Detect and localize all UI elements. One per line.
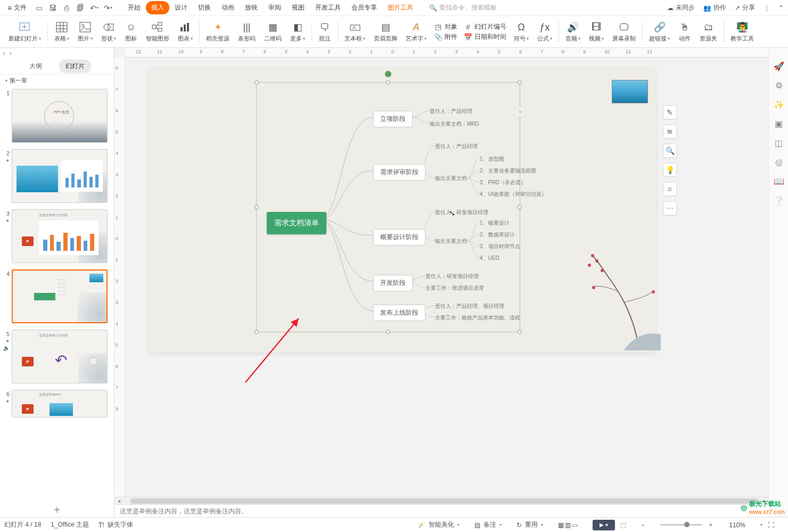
sync-status[interactable]: ☁未同步 <box>667 3 695 12</box>
icon-button[interactable]: ☺图标 <box>120 16 142 47</box>
next-arrow-icon[interactable]: › <box>10 50 12 57</box>
object-button[interactable]: ◳对象 <box>434 22 457 32</box>
crop-tool-icon[interactable]: ⌗ <box>663 182 677 196</box>
datetime-button[interactable]: 📅日期和时间 <box>464 32 506 42</box>
horizontal-scrollbar[interactable]: ◂ ▸ <box>114 497 769 504</box>
reuse-button[interactable]: ↻重用▾ <box>516 520 543 529</box>
print-preview-icon[interactable]: ⎙ <box>60 1 73 15</box>
play-slideshow-button[interactable]: ▶ ▾ <box>593 520 615 530</box>
tab-developer[interactable]: 开发工具 <box>310 1 346 14</box>
tab-picture-tools[interactable]: 图片工具 <box>382 1 418 14</box>
shape-button[interactable]: 形状▾ <box>97 16 120 47</box>
zoom-out-icon[interactable]: − <box>641 521 645 529</box>
layout-icon[interactable]: ▣ <box>774 118 784 129</box>
barcode-button[interactable]: |||条形码 <box>234 16 260 47</box>
thumbnail-6[interactable]: 这里是举例PPT P <box>12 390 108 418</box>
smartart-button[interactable]: 智能图形 <box>142 16 174 47</box>
resize-handle[interactable] <box>518 330 522 334</box>
image-button[interactable]: 图片▾ <box>73 16 97 47</box>
idea-tool-icon[interactable]: 💡 <box>663 163 677 177</box>
formula-button[interactable]: ƒx公式▾ <box>533 16 556 47</box>
scroll-left-icon[interactable]: ◂ <box>118 498 120 504</box>
mindmap-node[interactable]: 概要设计阶段 <box>373 229 425 245</box>
theme-name[interactable]: 1_Office 主题 <box>51 520 89 529</box>
thumbnail-3[interactable]: 这里是举例正文内容 P <box>12 209 108 263</box>
undo-icon[interactable]: ↶▾ <box>87 1 101 15</box>
tab-member[interactable]: 会员专享 <box>346 1 382 14</box>
tab-insert[interactable]: 插入 <box>146 1 169 14</box>
collapse-mindmap-icon[interactable]: − <box>515 107 525 117</box>
zoom-tool-icon[interactable]: 🔍 <box>663 144 677 158</box>
beautify-button[interactable]: 🪄智能美化▾ <box>417 520 459 529</box>
resize-handle[interactable] <box>255 80 259 85</box>
sparkle-icon[interactable]: ✨ <box>774 99 784 110</box>
missing-font[interactable]: Ƭ!缺失字体 <box>98 520 133 529</box>
overflow-button[interactable]: ⋮ <box>764 4 770 12</box>
mindmap-node[interactable]: 开发阶段 <box>373 275 413 291</box>
zoom-in-icon[interactable]: ＋ <box>708 520 714 529</box>
slidenum-button[interactable]: #幻灯片编号 <box>464 22 506 32</box>
mindmap-node[interactable]: 发布上线阶段 <box>373 305 425 321</box>
rotate-handle-icon[interactable] <box>385 71 391 77</box>
circle-icon[interactable]: ◎ <box>774 157 784 167</box>
symbol-button[interactable]: Ω符号▾ <box>510 16 533 47</box>
wordart-button[interactable]: A艺术字▾ <box>401 16 431 47</box>
tab-home[interactable]: 开始 <box>122 1 146 14</box>
tab-transition[interactable]: 切换 <box>193 1 216 14</box>
template-icon[interactable]: ◫ <box>774 137 784 148</box>
inserted-image[interactable] <box>612 80 648 103</box>
resize-handle[interactable] <box>255 205 259 209</box>
mindmap-root[interactable]: 需求文档清单 <box>267 212 326 234</box>
chart-button[interactable]: 图表▾ <box>174 16 197 47</box>
header-footer-button[interactable]: ▤页眉页脚 <box>370 16 401 47</box>
tab-review[interactable]: 审阅 <box>263 1 286 14</box>
command-search[interactable]: 🔍 查找命令、搜索模板 <box>429 3 497 12</box>
resourcefolder-button[interactable]: 🗂资源夹 <box>695 16 721 47</box>
thumbnail-4-selected[interactable]: ── ──── ──── ──── ──── ── <box>12 269 108 323</box>
audio-button[interactable]: 🔊音频▾ <box>561 16 585 47</box>
add-slide-button[interactable]: ＋ <box>0 501 114 517</box>
resize-handle[interactable] <box>386 80 390 85</box>
resize-handle[interactable] <box>386 330 390 334</box>
hyperlink-button[interactable]: 🔗超链接▾ <box>645 16 674 47</box>
tab-design[interactable]: 设计 <box>169 1 193 14</box>
view-reading-icon[interactable]: ▭ <box>572 521 578 529</box>
mindmap-node[interactable]: 需求评审阶段 <box>373 164 425 181</box>
view-sorter-icon[interactable]: ▥ <box>565 521 571 529</box>
more-button[interactable]: ◧更多▾ <box>286 16 309 47</box>
prev-arrow-icon[interactable]: ‹ <box>3 50 5 57</box>
thumbnail-1[interactable]: PPT 欣赏 <box>12 89 108 143</box>
layers-tool-icon[interactable]: ≋ <box>663 125 677 138</box>
chapter-header[interactable]: ▾第一章 <box>0 75 114 87</box>
notes-toggle[interactable]: ▤备注▾ <box>474 520 502 529</box>
tab-slideshow[interactable]: 放映 <box>240 1 263 14</box>
redo-icon[interactable]: ↷▾ <box>101 1 115 15</box>
notes-pane[interactable]: 这里是举例备注内容，这里是举例备注内容。 <box>114 504 769 517</box>
tab-animation[interactable]: 动画 <box>216 1 240 14</box>
book-icon[interactable]: 📖 <box>774 176 784 186</box>
help-icon[interactable]: ❔ <box>774 195 784 206</box>
screenrec-button[interactable]: 🖵屏幕录制 <box>608 16 640 47</box>
settings-icon[interactable]: ⚙ <box>774 80 784 91</box>
video-button[interactable]: 🎞视频▾ <box>585 16 608 47</box>
comment-button[interactable]: 🗨批注 <box>314 16 335 47</box>
tab-view[interactable]: 视图 <box>286 1 310 14</box>
fullscreen-icon[interactable]: ⛶ <box>768 521 774 529</box>
edit-tool-icon[interactable]: ✎ <box>663 105 677 119</box>
more-tool-icon[interactable]: ⋯ <box>663 201 677 215</box>
zoom-slider[interactable] <box>660 524 702 526</box>
qrcode-button[interactable]: ▦二维码 <box>260 16 286 47</box>
scrollbar-thumb[interactable] <box>130 498 758 504</box>
slide-canvas[interactable]: − <box>125 58 769 497</box>
rocket-icon[interactable]: 🚀 <box>774 61 784 71</box>
collapse-ribbon-icon[interactable]: ⌃ <box>778 4 784 12</box>
print-icon[interactable]: 🗐 <box>73 1 87 15</box>
open-icon[interactable]: ▭ <box>32 1 46 15</box>
textbox-button[interactable]: A文本框▾ <box>340 16 370 47</box>
fit-button[interactable]: ⬚ <box>620 521 626 529</box>
resize-handle[interactable] <box>518 205 522 209</box>
coop-button[interactable]: 👥协作 <box>703 3 726 12</box>
mindmap-node[interactable]: 立项阶段 <box>373 111 413 127</box>
tab-outline[interactable]: 大纲 <box>23 60 48 73</box>
resource-button[interactable]: ✦稻壳资源 <box>202 16 234 47</box>
